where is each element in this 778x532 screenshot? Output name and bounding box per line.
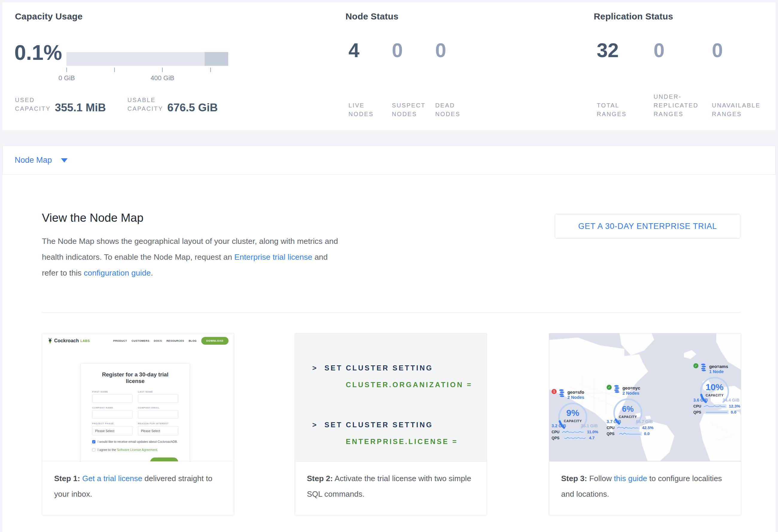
database-stack-icon xyxy=(614,384,621,393)
view-selector-dropdown[interactable]: Node Map xyxy=(2,146,776,175)
cockroach-icon xyxy=(48,338,53,344)
capacity-ring: 10% CAPACITY xyxy=(698,375,731,408)
software-license-agreement-link: Software License Agreement. xyxy=(117,448,158,452)
unavailable-ranges-count: 0 xyxy=(712,39,723,62)
ok-badge-icon: ✓ xyxy=(693,363,698,368)
cpu-sparkline xyxy=(617,426,640,430)
capacity-label: CAPACITY xyxy=(556,419,589,423)
qps-sparkline xyxy=(619,432,642,436)
used-capacity-value: 355.1 MiB xyxy=(55,101,106,114)
cpu-label: CPU xyxy=(607,426,614,430)
get-trial-license-link[interactable]: Get a trial license xyxy=(82,474,142,483)
dead-nodes-label: DEAD NODES xyxy=(435,101,460,119)
text-input xyxy=(92,394,133,403)
locality-node-count: 2 Nodes xyxy=(567,395,584,400)
node-map-description: The Node Map shows the geographical layo… xyxy=(42,233,338,281)
text-input xyxy=(138,410,178,419)
company-name-field: COMPANY NAME xyxy=(92,406,133,419)
axis-tick-label-zero: 0 GiB xyxy=(58,74,75,82)
usable-capacity-value: 676.5 GiB xyxy=(167,101,218,114)
locality-sfo: 1 geo=sfo 2 Nodes xyxy=(552,388,598,440)
unavailable-ranges-label: UNAVAILABLE RANGES xyxy=(712,101,760,119)
qps-value: 0.0 xyxy=(644,432,650,436)
qps-row: QPS 0.0 xyxy=(607,432,653,436)
last-name-field: LAST NAME xyxy=(138,390,178,403)
step-label: Step 1: xyxy=(54,474,80,483)
project-phase-field: PROJECT PHASE Please Select xyxy=(92,422,133,435)
live-nodes-label: LIVE NODES xyxy=(348,101,374,119)
total-gib: 34.4 GiB xyxy=(723,398,740,402)
locality-header: ✓ geo=nyc 2 Nodes xyxy=(607,384,653,396)
locality-header: 1 geo=sfo 2 Nodes xyxy=(552,388,598,400)
qps-row: QPS 4.7 xyxy=(552,436,598,440)
ok-badge-icon: ✓ xyxy=(607,385,612,390)
database-stack-icon xyxy=(558,388,566,397)
step-2-caption: Step 2: Activate the trial license with … xyxy=(295,461,487,515)
enterprise-trial-license-link[interactable]: Enterprise trial license xyxy=(234,252,312,261)
locality-labels: geo=ams 1 Node xyxy=(709,363,728,374)
capacity-usage-title: Capacity Usage xyxy=(15,11,83,21)
sql-commands-preview: > SET CLUSTER SETTING CLUSTER.ORGANIZATI… xyxy=(295,333,487,461)
qps-label: QPS xyxy=(693,410,703,414)
locality-header: ✓ geo=ams 1 Node xyxy=(693,363,740,374)
step-3-card: 1 geo=sfo 2 Nodes xyxy=(549,333,741,515)
agree-text: I agree to the xyxy=(97,448,117,452)
cockroach-site-screenshot: Cockroach LABS PRODUCT CUSTOMERS DOCS RE… xyxy=(42,333,234,461)
site-nav-item: CUSTOMERS xyxy=(132,339,150,342)
site-header: Cockroach LABS PRODUCT CUSTOMERS DOCS RE… xyxy=(42,333,234,345)
site-nav-item: BLOG xyxy=(189,339,197,342)
capacity-label: CAPACITY xyxy=(698,393,731,397)
caption-text xyxy=(80,474,82,483)
sql-setting-line: CLUSTER.ORGANIZATION = xyxy=(346,381,472,389)
qps-row: QPS 0.0 xyxy=(693,410,740,414)
usable-capacity-label: USABLE CAPACITY xyxy=(128,96,163,113)
total-ranges-count: 32 xyxy=(597,39,619,62)
used-capacity-label: USED CAPACITY xyxy=(15,96,51,113)
used-gib: 3.2 GiB xyxy=(552,424,566,428)
text-input xyxy=(138,394,178,403)
step-label: Step 3: xyxy=(561,474,587,483)
locality-nyc: ✓ geo=nyc 2 Nodes xyxy=(607,384,653,436)
get-enterprise-trial-button[interactable]: GET A 30-DAY ENTERPRISE TRIAL xyxy=(555,214,740,238)
usable-capacity-stat: USABLE CAPACITY 676.5 GiB xyxy=(128,96,218,113)
live-nodes-count: 4 xyxy=(348,39,360,62)
cpu-row: CPU 12.3% xyxy=(693,404,740,408)
cpu-row: CPU 42.5% xyxy=(607,426,653,430)
form-title: Register for a 30-day trial license xyxy=(92,371,178,384)
checkbox-checked-icon: ✓ xyxy=(92,440,95,443)
node-map-enterprise-panel: View the Node Map The Node Map shows the… xyxy=(2,175,776,532)
locality-labels: geo=sfo 2 Nodes xyxy=(567,388,584,400)
brand-name: Cockroach xyxy=(54,338,79,344)
this-guide-link[interactable]: this guide xyxy=(614,474,647,483)
locality-name: geo=nyc xyxy=(622,386,640,391)
used-capacity-stat: USED CAPACITY 355.1 MiB xyxy=(15,96,106,113)
field-label: LAST NAME xyxy=(138,390,178,393)
used-gib: 3.6 GiB xyxy=(693,398,708,402)
text-input xyxy=(92,410,133,419)
chevron-down-icon xyxy=(61,158,68,162)
select-input: Please Select xyxy=(92,426,133,435)
site-nav-item: PRODUCT xyxy=(113,339,127,342)
field-label: REASON FOR INTEREST xyxy=(138,422,178,425)
cpu-sparkline xyxy=(703,404,726,408)
site-nav-item: DOCS xyxy=(154,339,162,342)
node-status-title: Node Status xyxy=(345,11,398,21)
sql-keyword: SET CLUSTER SETTING xyxy=(324,421,433,429)
cpu-sparkline xyxy=(561,430,585,434)
select-input: Please Select xyxy=(138,426,178,435)
checkbox-label: I would like to receive email updates ab… xyxy=(97,440,178,443)
checkbox-label: I agree to the Software License Agreemen… xyxy=(97,448,158,452)
field-label: PROJECT PHASE xyxy=(92,422,133,425)
capacity-percent: 10% xyxy=(698,382,731,392)
total-ranges-label: TOTAL RANGES xyxy=(597,101,627,119)
locality-name: geo=sfo xyxy=(567,390,584,395)
cockroach-labs-logo: Cockroach LABS xyxy=(48,338,90,344)
suspect-nodes-count: 0 xyxy=(392,39,403,62)
cpu-value: 42.5% xyxy=(642,426,653,430)
configuration-guide-link[interactable]: configuration guide xyxy=(84,269,151,277)
step-3-caption: Step 3: Follow this guide to configure l… xyxy=(549,461,741,515)
site-download-button: DOWNLOAD xyxy=(201,337,229,345)
checkbox-unchecked-icon xyxy=(92,448,95,452)
page-title: View the Node Map xyxy=(42,211,144,224)
capacity-percent: 6% xyxy=(611,404,644,414)
